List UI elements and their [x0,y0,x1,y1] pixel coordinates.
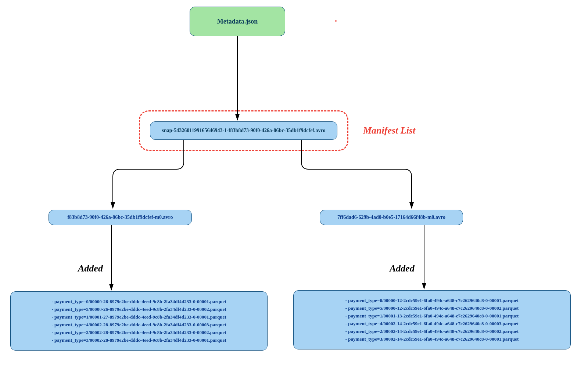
manifest-list-label: Manifest List [363,125,415,136]
file-line: - payment_type=2/00002-14-2cdc59e1-6fa0-… [299,328,565,334]
manifest-left-box: f83b8d73-90f0-426a-86bc-35db1f9dcfef-m0.… [49,210,192,225]
file-line: - payment_type=0/00000-26-8979e2be-dddc-… [16,299,262,305]
files-left-box: - payment_type=0/00000-26-8979e2be-dddc-… [10,291,268,351]
metadata-box: Metadata.json [190,7,285,36]
file-line: - payment_type=3/00002-28-8979e2be-dddc-… [16,337,262,343]
file-line: - payment_type=3/00002-14-2cdc59e1-6fa0-… [299,336,565,342]
file-line: - payment_type=0/00000-12-2cdc59e1-6fa0-… [299,298,565,303]
snap-file-box: snap-5432601199165646943-1-f83b8d73-90f0… [150,121,337,140]
file-line: - payment_type=1/00001-27-8979e2be-dddc-… [16,314,262,320]
files-right-box: - payment_type=0/00000-12-2cdc59e1-6fa0-… [293,290,571,349]
added-right-label: Added [390,263,415,274]
file-line: - payment_type=2/00002-28-8979e2be-dddc-… [16,330,262,335]
file-line: - payment_type=4/00002-28-8979e2be-dddc-… [16,322,262,328]
added-left-label: Added [78,263,103,274]
manifest-right-box: 7ff6dad6-629b-4ad0-b0e5-17164d66f48b-m0.… [320,210,463,225]
file-line: - payment_type=1/00001-13-2cdc59e1-6fa0-… [299,313,565,319]
file-line: - payment_type=5/00000-26-8979e2be-dddc-… [16,306,262,312]
dot-marker [335,20,337,22]
file-line: - payment_type=4/00002-14-2cdc59e1-6fa0-… [299,321,565,327]
file-line: - payment_type=5/00000-12-2cdc59e1-6fa0-… [299,305,565,311]
